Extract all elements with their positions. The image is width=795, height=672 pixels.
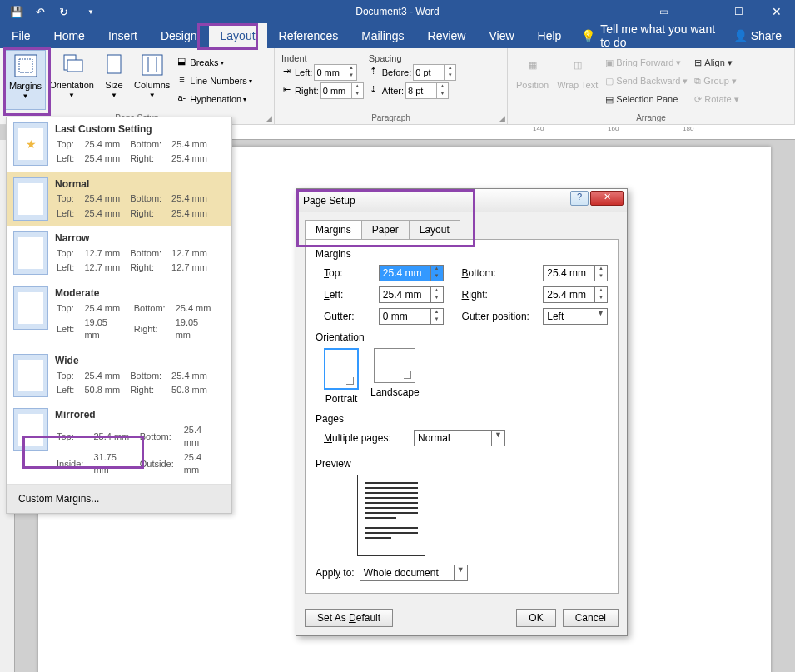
- maximize-button[interactable]: ☐: [720, 0, 758, 23]
- selection-pane-button[interactable]: ▤Selection Pane: [603, 90, 690, 108]
- align-icon: ⊞: [694, 57, 702, 68]
- margin-thumb-icon: [13, 122, 48, 166]
- page-setup-launcher[interactable]: ◢: [266, 114, 272, 122]
- svg-rect-4: [107, 55, 121, 73]
- margin-thumb-icon: [13, 408, 48, 451]
- orientation-button[interactable]: Orientation ▼: [46, 50, 97, 110]
- indent-right-icon: ⇤: [280, 84, 293, 97]
- tab-references[interactable]: References: [267, 23, 350, 48]
- spacing-after-input[interactable]: 8 pt▲▼: [405, 82, 449, 99]
- columns-label: Columns: [134, 80, 170, 90]
- ok-button[interactable]: OK: [516, 609, 555, 627]
- svg-rect-3: [67, 60, 82, 72]
- margin-bottom-input[interactable]: 25.4 mm▲▼: [543, 265, 608, 281]
- group-label-paragraph: Paragraph: [275, 113, 507, 122]
- align-button[interactable]: ⊞Align ▾: [692, 53, 741, 72]
- indent-right-input[interactable]: 0 mm▲▼: [320, 82, 364, 99]
- margins-dropdown: Last Custom SettingTop:25.4 mmBottom:25.…: [6, 117, 232, 514]
- group-page-setup: Margins ▼ Orientation ▼ Size ▼: [0, 48, 275, 124]
- tab-home[interactable]: Home: [42, 23, 97, 48]
- hyphenation-label: Hyphenation: [190, 94, 241, 104]
- dialog-tabs: Margins Paper Layout: [305, 220, 619, 240]
- spacing-after-label: After:: [382, 86, 404, 96]
- minimize-button[interactable]: —: [683, 0, 720, 23]
- orientation-label: Orientation: [49, 80, 94, 90]
- dialog-close-button[interactable]: ✕: [590, 191, 624, 206]
- qat-customize-icon[interactable]: ▼: [81, 3, 101, 20]
- columns-button[interactable]: Columns ▼: [131, 50, 173, 110]
- tab-insert[interactable]: Insert: [97, 23, 149, 48]
- dialog-tab-paper[interactable]: Paper: [361, 220, 410, 239]
- group-arrange: ▦ Position ◫ Wrap Text ▣Bring Forward ▾ …: [508, 48, 795, 124]
- tab-view[interactable]: View: [477, 23, 525, 48]
- pages-section-label: Pages: [316, 413, 608, 425]
- margin-option-wide[interactable]: WideTop:25.4 mmBottom:25.4 mmLeft:50.8 m…: [7, 349, 231, 404]
- chevron-down-icon: ▼: [68, 92, 75, 99]
- margins-button[interactable]: Margins ▼: [5, 50, 46, 110]
- spacing-after-icon: ⇣: [367, 84, 380, 97]
- undo-icon[interactable]: ↶: [30, 3, 50, 20]
- tell-me-label: Tell me what you want to do: [600, 22, 724, 49]
- redo-icon[interactable]: ↻: [53, 3, 73, 20]
- wrap-text-icon: ◫: [564, 52, 591, 78]
- apply-to-select[interactable]: Whole document▼: [360, 565, 468, 581]
- save-icon[interactable]: 💾: [7, 3, 27, 20]
- indent-header: Indent: [280, 53, 364, 63]
- tab-design[interactable]: Design: [149, 23, 209, 48]
- margin-right-input[interactable]: 25.4 mm▲▼: [543, 286, 608, 303]
- orientation-icon: [58, 52, 85, 78]
- send-backward-icon: ▢: [605, 76, 614, 87]
- page-setup-dialog: Page Setup ? ✕ Margins Paper Layout Marg…: [296, 188, 628, 636]
- ribbon: Margins ▼ Orientation ▼ Size ▼: [0, 48, 795, 125]
- custom-margins-item[interactable]: Custom Margins...: [7, 484, 231, 513]
- group-paragraph: Indent ⇥Left: 0 mm▲▼ ⇤Right: 0 mm▲▼ Spac…: [275, 48, 508, 124]
- margin-option-mirrored[interactable]: MirroredTop:25.4 mmBottom:25.4 mmInside:…: [7, 403, 231, 483]
- position-icon: ▦: [519, 52, 546, 78]
- multiple-pages-select[interactable]: Normal▼: [414, 430, 505, 446]
- dialog-help-button[interactable]: ?: [570, 191, 589, 206]
- close-button[interactable]: ✕: [758, 0, 795, 23]
- bottom-label: Bottom:: [462, 267, 537, 279]
- dialog-titlebar[interactable]: Page Setup ? ✕: [296, 189, 627, 212]
- tab-review[interactable]: Review: [416, 23, 478, 48]
- margin-option-info: ModerateTop:25.4 mmBottom:25.4 mmLeft:19…: [55, 286, 225, 344]
- spacing-before-input[interactable]: 0 pt▲▼: [413, 64, 456, 81]
- margin-option-moderate[interactable]: ModerateTop:25.4 mmBottom:25.4 mmLeft:19…: [7, 281, 231, 349]
- margin-option-narrow[interactable]: NarrowTop:12.7 mmBottom:12.7 mmLeft:12.7…: [7, 226, 231, 281]
- margin-left-input[interactable]: 25.4 mm▲▼: [379, 286, 444, 303]
- tell-me-search[interactable]: 💡 Tell me what you want to do: [573, 23, 733, 48]
- orientation-landscape[interactable]: Landscape: [370, 348, 420, 405]
- indent-left-input[interactable]: 0 mm▲▼: [314, 64, 357, 81]
- share-icon: 👤: [733, 29, 748, 42]
- tab-help[interactable]: Help: [526, 23, 574, 48]
- svg-rect-0: [15, 55, 37, 77]
- hyphenation-button[interactable]: a‑Hyphenation ▾: [173, 90, 253, 108]
- share-label: Share: [751, 29, 782, 42]
- spacing-before-icon: ⇡: [367, 66, 380, 79]
- breaks-button[interactable]: ⬓Breaks ▾: [173, 53, 253, 72]
- size-button[interactable]: Size ▼: [97, 50, 131, 110]
- set-as-default-button[interactable]: Set As Default: [305, 609, 393, 627]
- dialog-tab-layout[interactable]: Layout: [409, 220, 460, 239]
- indent-right-label: Right:: [295, 86, 319, 96]
- gutter-label: Gutter:: [324, 311, 372, 322]
- margin-thumb-icon: [13, 231, 48, 275]
- margin-option-normal[interactable]: NormalTop:25.4 mmBottom:25.4 mmLeft:25.4…: [7, 172, 231, 227]
- dialog-tab-margins[interactable]: Margins: [305, 220, 362, 239]
- wrap-text-button: ◫ Wrap Text: [554, 50, 601, 110]
- margin-option-info: MirroredTop:25.4 mmBottom:25.4 mmInside:…: [55, 408, 225, 478]
- line-numbers-button[interactable]: ≡Line Numbers ▾: [173, 72, 253, 90]
- tab-file[interactable]: File: [0, 23, 42, 48]
- tab-mailings[interactable]: Mailings: [350, 23, 415, 48]
- share-button[interactable]: 👤 Share: [733, 23, 795, 48]
- margin-option-last-custom-setting[interactable]: Last Custom SettingTop:25.4 mmBottom:25.…: [7, 117, 231, 172]
- gutter-input[interactable]: 0 mm▲▼: [379, 308, 444, 325]
- ribbon-options-icon[interactable]: ▭: [645, 0, 683, 23]
- gutter-position-select[interactable]: Left▼: [543, 308, 608, 325]
- cancel-button[interactable]: Cancel: [563, 609, 619, 627]
- tab-layout[interactable]: Layout: [209, 23, 267, 48]
- rotate-icon: ⟳: [694, 94, 702, 105]
- paragraph-launcher[interactable]: ◢: [499, 114, 505, 122]
- margin-top-input[interactable]: 25.4 mm▲▼: [379, 265, 444, 281]
- orientation-portrait[interactable]: Portrait: [324, 348, 359, 405]
